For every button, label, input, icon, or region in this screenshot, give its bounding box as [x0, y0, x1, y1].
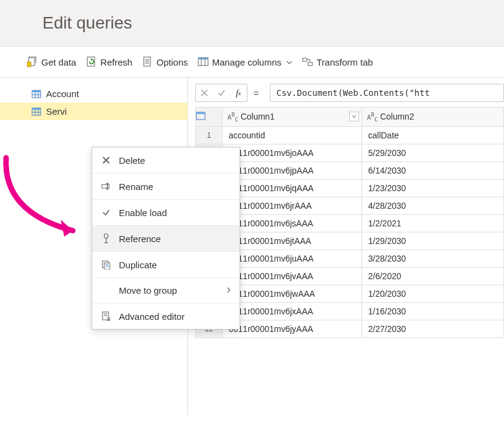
- cell[interactable]: 0011r00001mv6juAAA: [223, 249, 362, 267]
- cell[interactable]: 2/27/2030: [362, 320, 504, 337]
- menu-rename[interactable]: Rename: [92, 174, 240, 200]
- table-row[interactable]: 5 0011r00001mv6jrAAA 4/28/2030: [196, 197, 504, 214]
- delete-icon: [101, 155, 112, 166]
- formula-buttons: fx: [195, 84, 247, 102]
- cell[interactable]: 1/20/2030: [362, 285, 504, 302]
- table-row[interactable]: 8 0011r00001mv6juAAA 3/28/2030: [196, 249, 504, 267]
- cell[interactable]: 5/29/2030: [362, 144, 504, 161]
- rownum-header[interactable]: [196, 107, 223, 127]
- cell[interactable]: 6/14/2030: [362, 161, 504, 179]
- formula-input[interactable]: [270, 84, 504, 102]
- svg-rect-25: [102, 184, 109, 188]
- table-icon: [32, 107, 41, 117]
- toolbar: Get data Refresh Options Manage columns …: [0, 47, 504, 78]
- cell[interactable]: 4/28/2030: [362, 197, 504, 214]
- cell[interactable]: 0011r00001mv6jqAAA: [223, 179, 362, 197]
- table-row[interactable]: 4 0011r00001mv6jqAAA 1/23/2030: [196, 179, 504, 197]
- type-text-icon: ABC: [227, 111, 238, 123]
- query-name: Servi: [46, 106, 67, 117]
- columns-icon: [198, 56, 209, 67]
- data-grid: ABC Column1 ABC Column2: [195, 107, 504, 338]
- column-name: Column1: [241, 112, 275, 121]
- cell[interactable]: accountid: [223, 126, 362, 144]
- reference-icon: [101, 233, 112, 244]
- menu-delete[interactable]: Delete: [92, 147, 240, 174]
- transform-table-button[interactable]: Transform tab: [298, 54, 377, 70]
- manage-columns-label: Manage columns: [212, 57, 281, 67]
- rename-icon: [101, 181, 112, 192]
- menu-label: Advanced editor: [119, 311, 184, 322]
- table-row[interactable]: 12 0011r00001mv6jyAAA 2/27/2030: [196, 320, 504, 337]
- menu-move-to-group[interactable]: Move to group: [92, 278, 240, 303]
- chevron-down-icon: [286, 57, 292, 67]
- cell[interactable]: 0011r00001mv6jvAAA: [223, 267, 362, 285]
- svg-rect-19: [32, 108, 41, 110]
- cell[interactable]: 0011r00001mv6jpAAA: [223, 161, 362, 179]
- cell[interactable]: 2/6/2020: [362, 267, 504, 285]
- table-row[interactable]: 10 0011r00001mv6jwAAA 1/20/2030: [196, 285, 504, 302]
- formula-cancel-button[interactable]: [196, 84, 213, 101]
- cell[interactable]: 0011r00001mv6joAAA: [223, 144, 362, 161]
- query-item-service[interactable]: Servi: [0, 103, 187, 120]
- get-data-icon: [27, 56, 38, 67]
- svg-rect-8: [198, 58, 208, 59]
- cell[interactable]: 0011r00001mv6jwAAA: [223, 285, 362, 302]
- column-filter-button[interactable]: [349, 112, 359, 121]
- table-icon: [32, 89, 41, 99]
- svg-rect-11: [303, 58, 307, 61]
- table-row[interactable]: 9 0011r00001mv6jvAAA 2/6/2020: [196, 267, 504, 285]
- menu-advanced-editor[interactable]: Advanced editor: [92, 303, 240, 329]
- cell[interactable]: 0011r00001mv6jyAAA: [223, 320, 362, 337]
- menu-enable-load[interactable]: Enable load: [92, 200, 240, 226]
- table-row[interactable]: 1 accountid callDate: [196, 126, 504, 144]
- svg-rect-14: [32, 90, 41, 92]
- type-text-icon: ABC: [367, 111, 378, 123]
- svg-rect-12: [308, 63, 312, 66]
- svg-rect-1: [27, 62, 31, 67]
- get-data-label: Get data: [41, 57, 76, 67]
- cell[interactable]: 1/29/2030: [362, 232, 504, 249]
- formula-equals: =: [247, 88, 265, 98]
- menu-label: Enable load: [119, 208, 167, 218]
- table-row[interactable]: 2 0011r00001mv6joAAA 5/29/2030: [196, 144, 504, 161]
- column-header-2[interactable]: ABC Column2: [362, 107, 504, 127]
- check-icon: [101, 207, 112, 218]
- advanced-editor-icon: [101, 311, 112, 322]
- formula-fx-button[interactable]: fx: [230, 84, 247, 101]
- menu-label: Delete: [119, 155, 145, 166]
- cell[interactable]: callDate: [362, 126, 504, 144]
- column-name: Column2: [380, 112, 414, 121]
- manage-columns-button[interactable]: Manage columns: [194, 54, 296, 70]
- column-header-1[interactable]: ABC Column1: [223, 107, 362, 127]
- table-row[interactable]: 6 0011r00001mv6jsAAA 1/2/2021: [196, 214, 504, 232]
- cell[interactable]: 0011r00001mv6jsAAA: [223, 214, 362, 232]
- formula-bar: fx =: [195, 84, 504, 102]
- get-data-button[interactable]: Get data: [23, 54, 80, 70]
- header: Edit queries: [0, 0, 504, 47]
- transform-icon: [302, 56, 313, 67]
- cell[interactable]: 1/16/2030: [362, 302, 504, 320]
- table-row[interactable]: 3 0011r00001mv6jpAAA 6/14/2030: [196, 161, 504, 179]
- context-menu: Delete Rename Enable load Reference Dupl…: [92, 147, 240, 330]
- menu-duplicate[interactable]: Duplicate: [92, 252, 240, 278]
- transform-label: Transform tab: [317, 57, 373, 67]
- cell[interactable]: 3/28/2030: [362, 249, 504, 267]
- cell[interactable]: 0011r00001mv6jrAAA: [223, 197, 362, 214]
- cell[interactable]: 0011r00001mv6jxAAA: [223, 302, 362, 320]
- cell[interactable]: 1/23/2030: [362, 179, 504, 197]
- table-row[interactable]: 7 0011r00001mv6jtAAA 1/29/2030: [196, 232, 504, 249]
- cell[interactable]: 1/2/2021: [362, 214, 504, 232]
- menu-label: Rename: [119, 181, 153, 192]
- refresh-button[interactable]: Refresh: [82, 54, 136, 70]
- cell[interactable]: 0011r00001mv6jtAAA: [223, 232, 362, 249]
- svg-point-29: [104, 234, 108, 239]
- formula-confirm-button[interactable]: [213, 84, 230, 101]
- query-item-account[interactable]: Account: [0, 85, 187, 103]
- options-button[interactable]: Options: [138, 54, 192, 70]
- menu-label: Duplicate: [119, 260, 157, 270]
- page-title: Edit queries: [42, 13, 504, 33]
- svg-rect-24: [197, 112, 205, 114]
- table-row[interactable]: 11 0011r00001mv6jxAAA 1/16/2030: [196, 302, 504, 320]
- menu-reference[interactable]: Reference: [92, 226, 240, 252]
- refresh-icon: [86, 56, 97, 67]
